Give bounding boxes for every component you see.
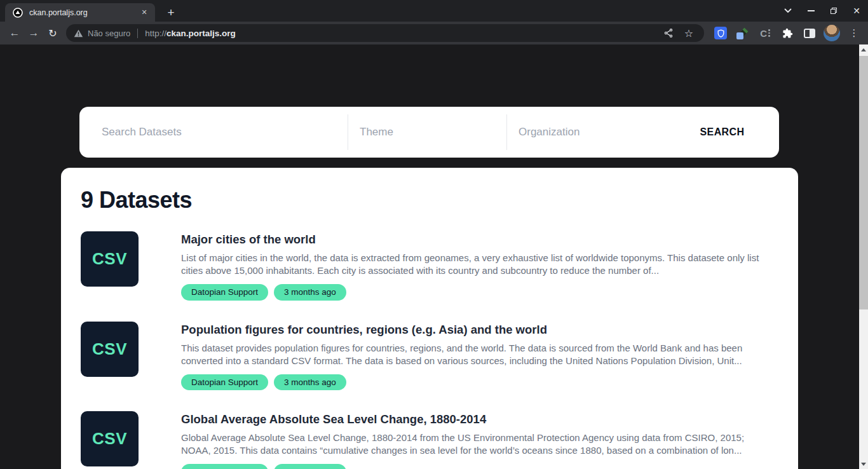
- side-panel-icon[interactable]: [801, 24, 818, 42]
- age-badge: 3 months ago: [274, 284, 346, 301]
- dataset-title-link[interactable]: Major cities of the world: [181, 233, 776, 247]
- bitwarden-extension-icon[interactable]: [712, 24, 729, 42]
- extensions-puzzle-icon[interactable]: [778, 24, 796, 42]
- org-badge: Datopian Support: [181, 284, 268, 301]
- tab-title: ckan.portaljs.org: [29, 8, 139, 17]
- extensions-bar: C ⋮: [712, 24, 863, 42]
- tab-search-chevron-icon[interactable]: [776, 0, 799, 22]
- bookmark-star-icon[interactable]: ☆: [681, 25, 696, 41]
- reload-button[interactable]: ↻: [43, 24, 62, 43]
- dataset-description: This dataset provides population figures…: [181, 342, 776, 367]
- omnibox-divider: [137, 29, 138, 38]
- minimize-button[interactable]: [799, 0, 822, 22]
- dataset-description: List of major cities in the world, the d…: [181, 252, 776, 277]
- csv-format-icon[interactable]: CSV: [81, 231, 139, 287]
- search-panel: SEARCH: [79, 107, 779, 158]
- profile-avatar[interactable]: [823, 24, 841, 42]
- scroll-down-icon[interactable]: [859, 459, 868, 469]
- not-secure-warning-icon[interactable]: [74, 29, 83, 37]
- search-button[interactable]: SEARCH: [700, 126, 745, 138]
- org-badge: Datopian Support: [181, 374, 268, 391]
- age-badge: 3 months ago: [274, 464, 346, 469]
- datasets-card: 9 Datasets CSV Major cities of the world…: [61, 168, 798, 469]
- browser-titlebar: ckan.portaljs.org ✕ + ✕: [0, 0, 868, 22]
- restore-button[interactable]: [822, 0, 845, 22]
- theme-input[interactable]: [360, 126, 495, 139]
- close-window-button[interactable]: ✕: [845, 0, 868, 22]
- site-favicon-icon: [13, 8, 23, 18]
- dataset-title-link[interactable]: Global Average Absolute Sea Level Change…: [181, 412, 776, 426]
- dataset-item: CSV Major cities of the world List of ma…: [81, 231, 778, 301]
- window-controls: ✕: [776, 0, 868, 22]
- back-button[interactable]: ←: [5, 24, 24, 43]
- share-icon[interactable]: [661, 25, 676, 41]
- csv-format-icon[interactable]: CSV: [81, 411, 139, 466]
- age-badge: 3 months ago: [274, 374, 346, 391]
- page-scrollbar[interactable]: [859, 44, 868, 469]
- browser-menu-icon[interactable]: ⋮: [845, 24, 863, 42]
- eyedropper-extension-icon[interactable]: [734, 24, 752, 42]
- scrollbar-thumb[interactable]: [859, 56, 868, 309]
- browser-window: ckan.portaljs.org ✕ + ✕ ← → ↻: [0, 0, 868, 469]
- browser-tab[interactable]: ckan.portaljs.org ✕: [5, 3, 155, 22]
- forward-button[interactable]: →: [24, 24, 43, 43]
- dataset-item: CSV Global Average Absolute Sea Level Ch…: [81, 411, 778, 469]
- page-content: SEARCH 9 Datasets CSV Major cities of th…: [0, 44, 868, 469]
- tab-close-icon[interactable]: ✕: [139, 7, 150, 18]
- dataset-item: CSV Population figures for countries, re…: [81, 322, 778, 391]
- csv-format-icon[interactable]: CSV: [81, 322, 139, 377]
- url-host: ckan.portaljs.org: [166, 29, 236, 38]
- org-badge: Datopian Support: [181, 464, 268, 469]
- address-bar[interactable]: Não seguro http:// ckan.portaljs.org ☆: [66, 24, 704, 42]
- colorpick-extension-icon[interactable]: C: [756, 24, 774, 42]
- security-label: Não seguro: [88, 29, 130, 38]
- search-datasets-input[interactable]: [102, 126, 335, 139]
- scroll-up-icon[interactable]: [859, 44, 868, 55]
- dataset-description: Global Average Absolute Sea Level Change…: [181, 432, 776, 457]
- dataset-title-link[interactable]: Population figures for countries, region…: [181, 323, 776, 337]
- browser-toolbar: ← → ↻ Não seguro http:// ckan.portaljs.o…: [0, 22, 868, 44]
- datasets-count-heading: 9 Datasets: [81, 187, 778, 214]
- url-scheme: http://: [145, 29, 166, 38]
- organization-input[interactable]: [519, 126, 654, 139]
- new-tab-button[interactable]: +: [163, 4, 179, 21]
